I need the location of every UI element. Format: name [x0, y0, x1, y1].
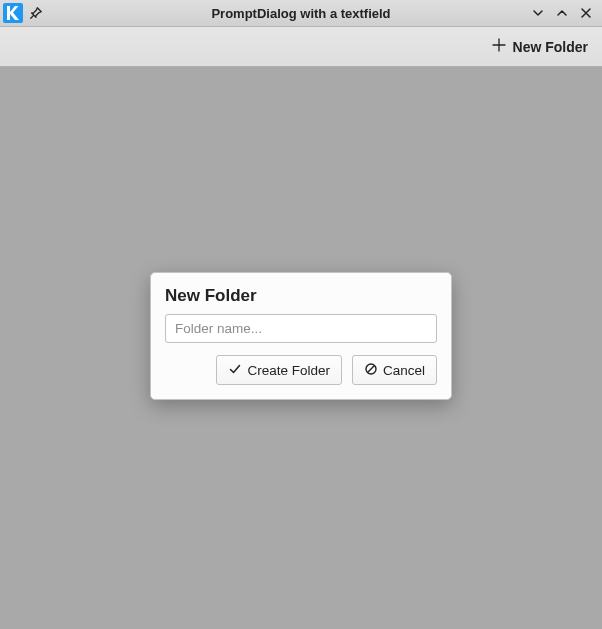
content-dim-overlay: New Folder Create Folder Cancel: [0, 67, 602, 629]
maximize-icon[interactable]: [553, 4, 571, 22]
cancel-label: Cancel: [383, 363, 425, 378]
new-folder-label: New Folder: [513, 39, 588, 55]
folder-name-input[interactable]: [165, 314, 437, 343]
titlebar-right: [529, 4, 602, 22]
pin-icon[interactable]: [27, 4, 45, 22]
close-icon[interactable]: [577, 4, 595, 22]
window-title: PromptDialog with a textfield: [0, 6, 602, 21]
dialog-title: New Folder: [165, 286, 437, 306]
toolbar: New Folder: [0, 27, 602, 67]
cancel-button[interactable]: Cancel: [352, 355, 437, 385]
titlebar-left: [0, 3, 45, 23]
titlebar: PromptDialog with a textfield: [0, 0, 602, 27]
create-folder-button[interactable]: Create Folder: [216, 355, 342, 385]
prompt-dialog: New Folder Create Folder Cancel: [150, 272, 452, 400]
check-icon: [228, 362, 242, 379]
cancel-icon: [364, 362, 378, 379]
new-folder-button[interactable]: New Folder: [487, 33, 592, 60]
plus-icon: [491, 37, 507, 56]
create-folder-label: Create Folder: [247, 363, 330, 378]
kde-app-icon: [3, 3, 23, 23]
minimize-icon[interactable]: [529, 4, 547, 22]
dialog-actions: Create Folder Cancel: [165, 355, 437, 385]
